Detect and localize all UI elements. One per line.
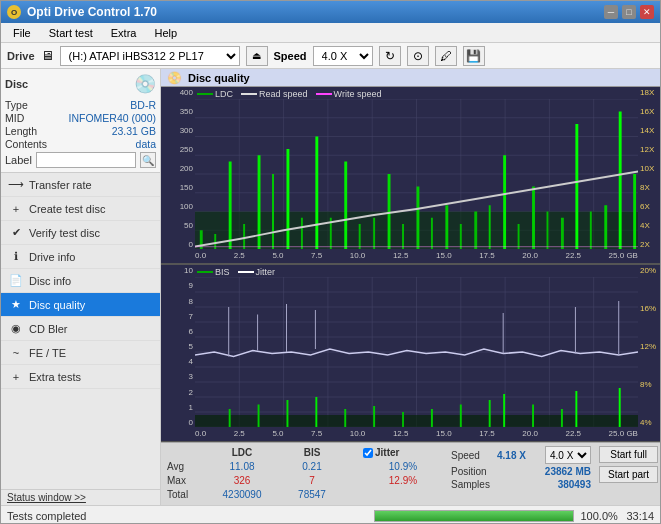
bis-x-axis: 0.0 2.5 5.0 7.5 10.0 12.5 15.0 17.5 20.0… [195, 427, 638, 441]
bis-x-250: 25.0 GB [609, 427, 638, 441]
y-label-300: 300 [161, 127, 193, 135]
samples-label: Samples [451, 479, 490, 490]
nav-transfer-rate[interactable]: ⟶ Transfer rate [1, 173, 160, 197]
disc-label-input[interactable] [36, 152, 136, 168]
legend-read-speed-label: Read speed [259, 89, 308, 99]
nav-create-test-disc[interactable]: + Create test disc [1, 197, 160, 221]
stats-right: Speed 4.18 X 4.0 X Position 23862 MB Sam… [451, 446, 591, 490]
menu-extra[interactable]: Extra [103, 25, 145, 41]
jitter-checkbox[interactable] [363, 448, 373, 458]
y-label-50: 50 [161, 222, 193, 230]
svg-rect-82 [532, 405, 534, 428]
bis-y-axis-left: 0 1 2 3 4 5 6 7 8 9 10 [161, 265, 195, 427]
samples-row: Samples 380493 [451, 479, 591, 490]
disc-info-icon: 📄 [9, 274, 23, 288]
y-label-r-4x: 4X [640, 222, 660, 230]
svg-rect-80 [489, 400, 491, 427]
nav-fe-te-label: FE / TE [29, 347, 66, 359]
legend-ldc-label: LDC [215, 89, 233, 99]
y-label-200: 200 [161, 165, 193, 173]
maximize-button[interactable]: □ [622, 5, 636, 19]
tool-btn-2[interactable]: 🖊 [435, 46, 457, 66]
disc-quality-title: Disc quality [188, 72, 250, 84]
max-jitter: 12.9% [363, 474, 443, 488]
svg-rect-70 [195, 415, 638, 427]
nav-drive-info[interactable]: ℹ Drive info [1, 245, 160, 269]
disc-label-browse-button[interactable]: 🔍 [140, 152, 156, 168]
x-125: 12.5 [393, 249, 409, 263]
status-text: Tests completed [7, 510, 368, 522]
disc-label-label: Label [5, 154, 32, 166]
svg-rect-32 [388, 174, 391, 249]
status-window-button[interactable]: Status window >> [7, 492, 86, 503]
svg-rect-36 [445, 205, 448, 249]
y-label-r-6x: 6X [640, 203, 660, 211]
svg-rect-46 [590, 212, 592, 250]
menu-help[interactable]: Help [146, 25, 185, 41]
fe-te-icon: ~ [9, 346, 23, 360]
bis-y-r-20: 20% [640, 267, 660, 275]
menu-bar: File Start test Extra Help [1, 23, 660, 43]
eject-button[interactable]: ⏏ [246, 46, 268, 66]
disc-contents-row: Contents data [5, 138, 156, 150]
svg-rect-48 [619, 112, 622, 250]
nav-disc-info-label: Disc info [29, 275, 71, 287]
bis-chart-plot [195, 277, 638, 427]
svg-rect-83 [561, 409, 563, 427]
title-bar-controls: ─ □ ✕ [604, 5, 654, 19]
ldc-chart-legend: LDC Read speed Write speed [197, 89, 381, 99]
nav-disc-quality[interactable]: ★ Disc quality [1, 293, 160, 317]
bis-y-4: 4 [161, 358, 193, 366]
start-part-button[interactable]: Start part [599, 466, 658, 483]
svg-rect-40 [503, 155, 506, 249]
legend-jitter-label: Jitter [256, 267, 276, 277]
bis-y-r-16: 16% [640, 305, 660, 313]
speed-label-r: Speed [451, 450, 480, 461]
close-button[interactable]: ✕ [640, 5, 654, 19]
x-250: 25.0 GB [609, 249, 638, 263]
nav-disc-info[interactable]: 📄 Disc info [1, 269, 160, 293]
disc-quality-header: 📀 Disc quality [161, 69, 660, 87]
nav-cd-bler[interactable]: ◉ CD Bler [1, 317, 160, 341]
speed-select[interactable]: 4.0 X [313, 46, 373, 66]
start-full-button[interactable]: Start full [599, 446, 658, 463]
bis-y-r-4: 4% [640, 419, 660, 427]
bis-x-100: 10.0 [350, 427, 366, 441]
right-panel: 📀 Disc quality LDC Read speed [161, 69, 660, 505]
nav-extra-tests[interactable]: + Extra tests [1, 365, 160, 389]
nav-fe-te[interactable]: ~ FE / TE [1, 341, 160, 365]
disc-type-row: Type BD-R [5, 99, 156, 111]
x-75: 7.5 [311, 249, 322, 263]
svg-rect-41 [518, 224, 520, 249]
minimize-button[interactable]: ─ [604, 5, 618, 19]
nav-disc-quality-label: Disc quality [29, 299, 85, 311]
y-label-0: 0 [161, 241, 193, 249]
menu-file[interactable]: File [5, 25, 39, 41]
ldc-y-axis-left: 0 50 100 150 200 250 300 350 400 [161, 87, 195, 249]
speed-select-stats[interactable]: 4.0 X [545, 446, 591, 464]
jitter-label: Jitter [375, 446, 399, 460]
title-bar: O Opti Drive Control 1.70 ─ □ ✕ [1, 1, 660, 23]
position-val: 23862 MB [545, 466, 591, 477]
menu-start-test[interactable]: Start test [41, 25, 101, 41]
bis-y-1: 1 [161, 404, 193, 412]
tool-btn-1[interactable]: ⊙ [407, 46, 429, 66]
disc-type-value: BD-R [130, 99, 156, 111]
y-label-250: 250 [161, 146, 193, 154]
ldc-chart: LDC Read speed Write speed 0 50 100 [161, 87, 660, 264]
drive-select[interactable]: (H:) ATAPI iHBS312 2 PL17 [60, 46, 240, 66]
save-button[interactable]: 💾 [463, 46, 485, 66]
speed-row: Speed 4.18 X 4.0 X [451, 446, 591, 464]
legend-ldc: LDC [197, 89, 233, 99]
svg-rect-77 [402, 412, 404, 427]
svg-rect-24 [272, 174, 274, 249]
ldc-y-axis-right: 2X 4X 6X 8X 10X 12X 14X 16X 18X [638, 87, 660, 249]
bis-x-225: 22.5 [565, 427, 581, 441]
refresh-button[interactable]: ↻ [379, 46, 401, 66]
disc-quality-header-icon: 📀 [167, 71, 182, 85]
y-label-r-2x: 2X [640, 241, 660, 249]
nav-verify-test-disc[interactable]: ✔ Verify test disc [1, 221, 160, 245]
y-label-r-14x: 14X [640, 127, 660, 135]
svg-rect-33 [402, 224, 404, 249]
bis-y-r-8: 8% [640, 381, 660, 389]
